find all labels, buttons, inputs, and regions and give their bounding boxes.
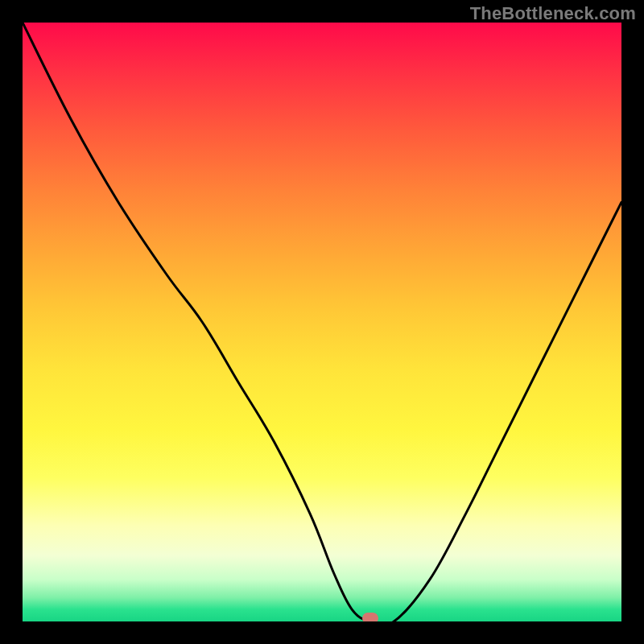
chart-frame: TheBottleneck.com xyxy=(0,0,644,644)
optimal-marker xyxy=(362,613,378,621)
watermark-text: TheBottleneck.com xyxy=(470,3,636,24)
curve-svg xyxy=(23,23,621,621)
bottleneck-curve xyxy=(23,23,621,621)
plot-area xyxy=(23,23,621,621)
